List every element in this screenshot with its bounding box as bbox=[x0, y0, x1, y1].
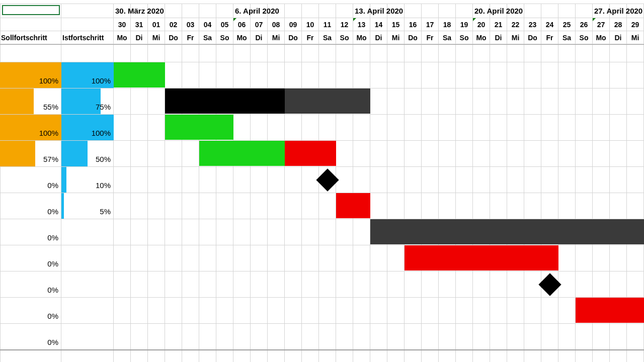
grid-cell[interactable] bbox=[336, 298, 353, 324]
grid-cell[interactable] bbox=[422, 88, 439, 115]
grid-cell[interactable] bbox=[610, 193, 627, 219]
grid-cell[interactable] bbox=[114, 141, 131, 167]
grid-cell[interactable] bbox=[131, 44, 148, 62]
grid-cell[interactable] bbox=[233, 245, 251, 272]
grid-cell[interactable] bbox=[422, 44, 439, 62]
grid-cell[interactable] bbox=[302, 245, 319, 272]
grid-cell[interactable] bbox=[439, 167, 456, 193]
grid-cell[interactable] bbox=[576, 44, 593, 62]
grid-cell[interactable] bbox=[251, 272, 268, 298]
grid-cell[interactable] bbox=[473, 324, 490, 350]
grid-cell[interactable] bbox=[456, 298, 473, 324]
grid-cell[interactable] bbox=[114, 193, 131, 219]
grid-cell[interactable] bbox=[456, 62, 473, 88]
grid-cell[interactable] bbox=[558, 193, 576, 219]
grid-cell[interactable] bbox=[251, 115, 268, 141]
grid-cell[interactable] bbox=[439, 141, 456, 167]
grid-cell[interactable] bbox=[473, 44, 490, 62]
grid-cell[interactable] bbox=[370, 115, 387, 141]
grid-cell[interactable] bbox=[387, 272, 405, 298]
grid-cell[interactable] bbox=[370, 62, 387, 88]
grid-cell[interactable] bbox=[353, 324, 370, 350]
grid-cell[interactable] bbox=[405, 141, 422, 167]
grid-cell[interactable] bbox=[507, 115, 524, 141]
grid-cell[interactable] bbox=[285, 324, 302, 350]
grid-cell[interactable] bbox=[268, 219, 285, 245]
grid-cell[interactable] bbox=[165, 141, 182, 167]
grid-cell[interactable] bbox=[541, 141, 558, 167]
grid-cell[interactable] bbox=[114, 245, 131, 272]
grid-cell[interactable] bbox=[131, 115, 148, 141]
grid-cell[interactable] bbox=[627, 245, 644, 272]
grid-cell[interactable] bbox=[422, 193, 439, 219]
grid-cell[interactable] bbox=[148, 324, 165, 350]
grid-cell[interactable] bbox=[353, 44, 370, 62]
grid-cell[interactable] bbox=[456, 193, 473, 219]
grid-cell[interactable] bbox=[216, 44, 233, 62]
grid-cell[interactable] bbox=[302, 298, 319, 324]
grid-cell[interactable] bbox=[370, 193, 387, 219]
grid-cell[interactable] bbox=[182, 324, 199, 350]
grid-cell[interactable] bbox=[131, 141, 148, 167]
grid-cell[interactable] bbox=[558, 115, 576, 141]
grid-cell[interactable] bbox=[233, 62, 251, 88]
grid-cell[interactable] bbox=[131, 219, 148, 245]
grid-cell[interactable] bbox=[114, 272, 131, 298]
grid-cell[interactable] bbox=[114, 167, 131, 193]
grid-cell[interactable] bbox=[233, 167, 251, 193]
grid-cell[interactable] bbox=[268, 193, 285, 219]
grid-cell[interactable] bbox=[558, 324, 576, 350]
grid-cell[interactable] bbox=[233, 44, 251, 62]
grid-cell[interactable] bbox=[336, 115, 353, 141]
grid-cell[interactable] bbox=[131, 324, 148, 350]
grid-cell[interactable] bbox=[302, 272, 319, 298]
grid-cell[interactable] bbox=[524, 115, 541, 141]
grid-cell[interactable] bbox=[353, 298, 370, 324]
grid-cell[interactable] bbox=[353, 272, 370, 298]
grid-cell[interactable] bbox=[576, 62, 593, 88]
grid-cell[interactable] bbox=[336, 219, 353, 245]
grid-cell[interactable] bbox=[405, 272, 422, 298]
soll-pct[interactable]: 0% bbox=[0, 193, 61, 219]
grid-cell[interactable] bbox=[387, 324, 405, 350]
grid-cell[interactable] bbox=[182, 193, 199, 219]
grid-cell[interactable] bbox=[524, 141, 541, 167]
grid-cell[interactable] bbox=[199, 272, 216, 298]
grid-cell[interactable] bbox=[336, 245, 353, 272]
soll-pct[interactable]: 100% bbox=[0, 62, 61, 88]
grid-cell[interactable] bbox=[319, 272, 336, 298]
grid-cell[interactable] bbox=[216, 219, 233, 245]
grid-cell[interactable] bbox=[148, 88, 165, 115]
grid-cell[interactable] bbox=[473, 298, 490, 324]
grid-cell[interactable] bbox=[541, 115, 558, 141]
grid-cell[interactable] bbox=[558, 298, 576, 324]
grid-cell[interactable] bbox=[558, 88, 576, 115]
grid-cell[interactable] bbox=[251, 44, 268, 62]
grid-cell[interactable] bbox=[422, 141, 439, 167]
soll-pct[interactable]: 0% bbox=[0, 219, 61, 245]
ist-pct[interactable]: 100% bbox=[61, 62, 114, 88]
grid-cell[interactable] bbox=[131, 193, 148, 219]
grid-cell[interactable] bbox=[353, 219, 370, 245]
grid-cell[interactable] bbox=[490, 298, 507, 324]
ist-pct[interactable]: 75% bbox=[61, 88, 114, 114]
grid-cell[interactable] bbox=[507, 193, 524, 219]
grid-cell[interactable] bbox=[216, 298, 233, 324]
grid-cell[interactable] bbox=[405, 324, 422, 350]
grid-cell[interactable] bbox=[268, 324, 285, 350]
grid-cell[interactable] bbox=[216, 62, 233, 88]
grid-cell[interactable] bbox=[114, 298, 131, 324]
grid-cell[interactable] bbox=[490, 88, 507, 115]
grid-cell[interactable] bbox=[165, 167, 182, 193]
grid-cell[interactable] bbox=[593, 88, 610, 115]
grid-cell[interactable] bbox=[610, 88, 627, 115]
ist-pct[interactable]: 50% bbox=[61, 141, 114, 166]
grid-cell[interactable] bbox=[302, 62, 319, 88]
grid-cell[interactable] bbox=[541, 167, 558, 193]
grid-cell[interactable] bbox=[370, 141, 387, 167]
soll-pct[interactable]: 0% bbox=[0, 298, 61, 323]
grid-cell[interactable] bbox=[114, 88, 131, 115]
grid-cell[interactable] bbox=[627, 44, 644, 62]
grid-cell[interactable] bbox=[353, 141, 370, 167]
grid-cell[interactable] bbox=[251, 62, 268, 88]
